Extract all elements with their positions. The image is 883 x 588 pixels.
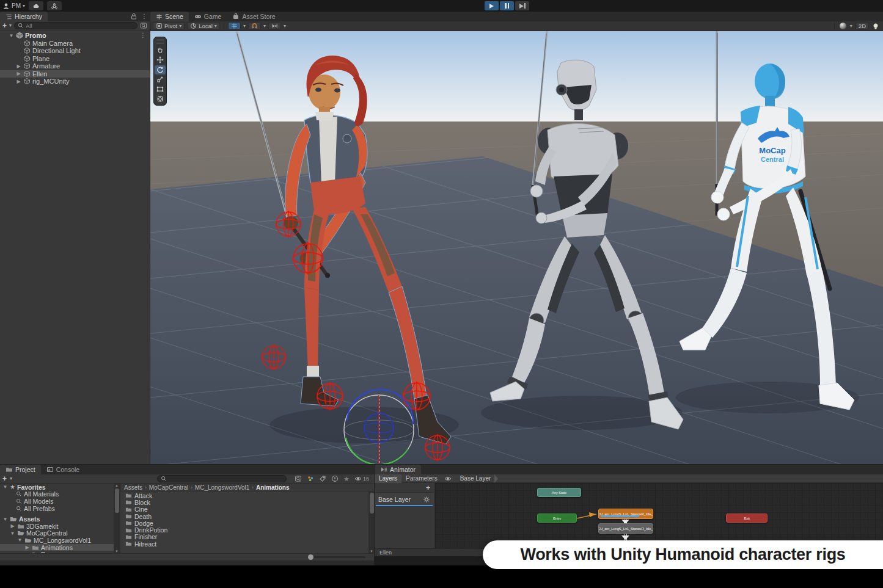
scene-viewport[interactable]: MoCap Central xyxy=(150,31,883,464)
thumbnail-zoom-slider[interactable] xyxy=(309,556,365,558)
tab-game[interactable]: Game xyxy=(189,12,227,21)
rect-tool-button[interactable] xyxy=(155,85,166,94)
kebab-menu-icon[interactable]: ⋮ xyxy=(141,13,147,20)
folder-row[interactable]: Attack xyxy=(120,492,374,499)
move-tool-button[interactable] xyxy=(155,56,166,65)
transform-tool-button[interactable] xyxy=(155,95,166,104)
hierarchy-item[interactable]: Main Camera xyxy=(0,40,150,48)
search-by-type-icon[interactable] xyxy=(295,475,302,482)
folder-row[interactable]: Block xyxy=(120,499,374,506)
scene-kebab-icon[interactable]: ⋮ xyxy=(140,32,146,38)
node-state-next[interactable]: MCU_am_LongS_Lv1_StanceR_Idle_02 xyxy=(598,523,653,534)
pivot-toggle-button[interactable]: Pivot▾ xyxy=(153,22,185,30)
hierarchy-item[interactable]: Directional Light xyxy=(0,47,150,55)
folder-row[interactable]: Dodge xyxy=(120,520,374,526)
hierarchy-item-scene[interactable]: ▼ Promo ⋮ xyxy=(0,32,150,40)
rotate-tool-button[interactable] xyxy=(155,65,166,74)
search-window-icon[interactable] xyxy=(140,22,147,29)
foldout-closed-icon[interactable]: ▶ xyxy=(24,545,30,550)
hierarchy-item[interactable]: ▶ Armature xyxy=(0,62,150,70)
breadcrumb-item[interactable]: Assets xyxy=(124,484,142,491)
shading-dropdown-icon[interactable]: ▾ xyxy=(850,24,852,29)
node-exit[interactable]: Exit xyxy=(726,514,768,523)
pause-button[interactable] xyxy=(500,1,514,10)
hierarchy-item-selected[interactable]: ▶ Ellen xyxy=(0,70,150,78)
assets-root[interactable]: ▼ Assets xyxy=(0,515,114,523)
eye-icon[interactable] xyxy=(444,475,452,482)
add-layer-button[interactable]: + xyxy=(426,484,430,492)
animator-breadcrumb[interactable]: Base Layer xyxy=(460,474,499,483)
tree-folder[interactable]: ▶ 3DGamekit xyxy=(0,523,114,530)
hierarchy-search-input[interactable]: All xyxy=(14,22,137,29)
foldout-closed-icon[interactable]: ▶ xyxy=(16,79,21,84)
state-machine-graph[interactable]: Any State Entry MCU_am_LongS_Lv1_StanceR… xyxy=(435,483,883,548)
tab-scene[interactable]: Scene xyxy=(150,12,189,21)
grid-dropdown-icon[interactable]: ▾ xyxy=(243,24,246,29)
increment-snap-button[interactable] xyxy=(268,22,281,30)
hierarchy-item[interactable]: Plane xyxy=(0,55,150,63)
search-by-label-icon[interactable] xyxy=(319,475,326,482)
collab-button[interactable] xyxy=(47,1,62,10)
account-menu[interactable]: PM ▾ xyxy=(2,2,25,10)
foldout-open-icon[interactable]: ▼ xyxy=(10,531,15,536)
favorites-root[interactable]: ▼ ★ Favorites xyxy=(0,484,114,491)
folder-row[interactable]: DrinkPotion xyxy=(120,526,374,533)
drag-handle[interactable] xyxy=(156,40,164,43)
cloud-services-button[interactable] xyxy=(29,1,43,10)
grid-visibility-button[interactable] xyxy=(228,22,241,30)
node-state-active[interactable]: MCU_am_LongS_Lv1_StanceR_Idle_01 xyxy=(598,509,653,519)
hidden-packages-icon[interactable] xyxy=(331,475,339,482)
tab-layers[interactable]: Layers xyxy=(375,474,401,483)
folder-row[interactable]: Cine xyxy=(120,506,374,513)
foldout-closed-icon[interactable]: ▶ xyxy=(16,64,21,69)
step-button[interactable] xyxy=(515,1,529,10)
scene-render[interactable]: MoCap Central xyxy=(150,31,883,464)
tab-animator[interactable]: Animator xyxy=(375,465,421,474)
tab-parameters[interactable]: Parameters xyxy=(401,474,442,483)
increment-dropdown-icon[interactable]: ▾ xyxy=(284,24,286,29)
breadcrumb-item[interactable]: MC_LongswordVol1 xyxy=(195,484,250,491)
search-by-asset-icon[interactable] xyxy=(307,475,314,482)
2d-toggle-button[interactable]: 2D xyxy=(856,22,869,30)
breadcrumb-current[interactable]: Animations xyxy=(256,484,289,491)
foldout-open-icon[interactable]: ▼ xyxy=(2,484,8,490)
create-asset-button[interactable]: + xyxy=(2,475,7,482)
foldout-closed-icon[interactable]: ▶ xyxy=(10,523,15,529)
play-button[interactable] xyxy=(485,1,499,10)
lock-icon[interactable] xyxy=(130,13,137,20)
node-any-state[interactable]: Any State xyxy=(537,488,581,497)
local-toggle-button[interactable]: Local▾ xyxy=(187,22,220,30)
snap-button[interactable] xyxy=(248,22,261,30)
foldout-open-icon[interactable]: ▼ xyxy=(2,517,8,522)
folder-row[interactable]: Death xyxy=(120,513,374,520)
shading-mode-icon[interactable] xyxy=(839,22,847,30)
favorites-star-icon[interactable]: ★ xyxy=(343,475,350,483)
favorites-item[interactable]: All Prefabs xyxy=(0,505,114,512)
node-entry[interactable]: Entry xyxy=(537,514,577,523)
tab-asset-store[interactable]: Asset Store xyxy=(227,12,280,21)
tab-console[interactable]: Console xyxy=(41,465,86,474)
foldout-open-icon[interactable]: ▼ xyxy=(17,537,23,543)
tree-folder[interactable]: ▼ MC_LongswordVol1 xyxy=(0,537,114,544)
tree-folder-selected[interactable]: ▶ Animations xyxy=(0,544,114,551)
foldout-open-icon[interactable]: ▼ xyxy=(9,33,14,38)
lighting-toggle-icon[interactable] xyxy=(872,23,879,30)
tree-folder[interactable]: ▼ MoCapCentral xyxy=(0,530,114,537)
project-tree-scrollbar[interactable]: ▲ ▼ xyxy=(114,484,120,553)
tab-hierarchy[interactable]: Hierarchy xyxy=(0,12,48,21)
favorites-item[interactable]: All Materials xyxy=(0,491,114,498)
chevron-down-icon[interactable]: ▾ xyxy=(9,23,12,28)
layer-item[interactable]: Base Layer xyxy=(375,493,434,506)
snap-dropdown-icon[interactable]: ▾ xyxy=(263,24,266,29)
folder-row[interactable]: Hitreact xyxy=(120,540,374,547)
chevron-down-icon[interactable]: ▾ xyxy=(10,476,12,481)
gear-icon[interactable] xyxy=(423,496,430,503)
view-tool-button[interactable] xyxy=(155,46,166,55)
folder-row[interactable]: Finisher xyxy=(120,534,374,540)
tab-project[interactable]: Project xyxy=(0,465,41,474)
breadcrumb-item[interactable]: MoCapCentral xyxy=(149,484,188,491)
favorites-item[interactable]: All Models xyxy=(0,498,114,505)
visibility-eye-icon[interactable] xyxy=(354,475,362,482)
add-object-button[interactable]: + xyxy=(2,22,7,29)
scale-tool-button[interactable] xyxy=(155,75,166,84)
